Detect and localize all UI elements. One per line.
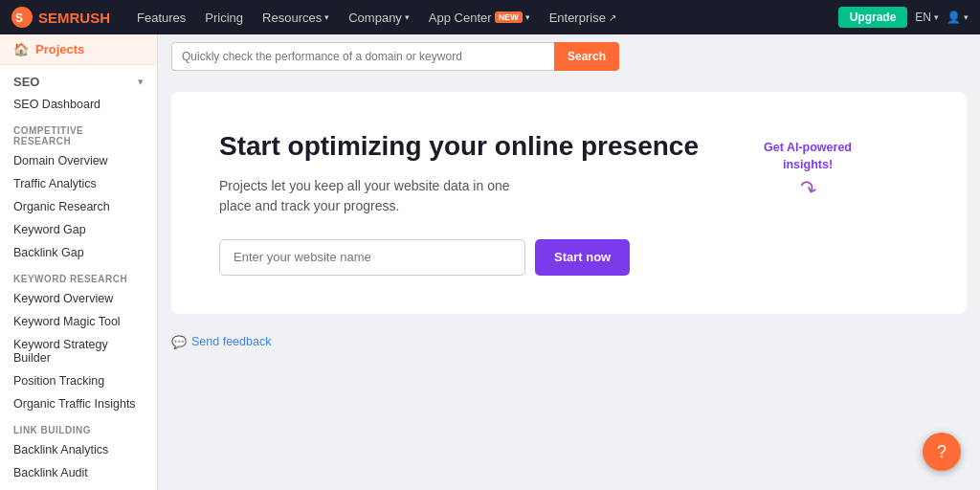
nav-pricing[interactable]: Pricing — [195, 0, 253, 34]
new-badge: NEW — [495, 11, 523, 23]
logo-text: SEMRUSH — [38, 10, 110, 26]
seo-label: SEO — [13, 75, 39, 89]
sidebar-item-position-tracking[interactable]: Position Tracking — [0, 369, 157, 392]
search-bar: Search — [158, 34, 980, 78]
sidebar-item-keyword-magic-tool[interactable]: Keyword Magic Tool — [0, 310, 157, 333]
sidebar-projects[interactable]: 🏠 Projects — [0, 34, 157, 65]
sidebar-item-organic-research[interactable]: Organic Research — [0, 195, 157, 218]
keyword-research-category: KEYWORD RESEARCH — [0, 264, 157, 287]
user-menu[interactable]: 👤 ▾ — [947, 11, 969, 24]
question-icon: ? — [937, 442, 947, 462]
sidebar-item-keyword-gap[interactable]: Keyword Gap — [0, 218, 157, 241]
chevron-down-icon: ▾ — [964, 12, 969, 22]
svg-text:S: S — [15, 11, 23, 25]
nav-enterprise[interactable]: Enterprise ↗ — [540, 0, 626, 34]
hero-card: Start optimizing your online presence Pr… — [171, 92, 967, 314]
sidebar-item-keyword-overview[interactable]: Keyword Overview — [0, 287, 157, 310]
nav-features[interactable]: Features — [127, 0, 195, 34]
main-content: Search Start optimizing your online pres… — [158, 34, 980, 490]
sidebar: 🏠 Projects SEO ▾ SEO Dashboard COMPETITI… — [0, 34, 158, 490]
sidebar-item-seo-dashboard[interactable]: SEO Dashboard — [0, 93, 157, 116]
chevron-down-icon: ▾ — [324, 12, 329, 22]
nav-right: Upgrade EN ▾ 👤 ▾ — [838, 7, 969, 28]
competitive-research-category: COMPETITIVE RESEARCH — [0, 116, 157, 149]
chevron-down-icon: ▾ — [525, 12, 530, 22]
help-fab[interactable]: ? — [923, 433, 961, 471]
start-now-button[interactable]: Start now — [535, 239, 630, 276]
external-link-icon: ↗ — [609, 12, 616, 23]
ai-callout-text: Get AI-powered insights! — [764, 140, 852, 173]
semrush-logo[interactable]: S SEMRUSH — [11, 7, 110, 28]
hero-title: Start optimizing your online presence — [219, 130, 699, 163]
hero-subtitle: Projects let you keep all your website d… — [219, 176, 525, 216]
sidebar-item-backlink-gap[interactable]: Backlink Gap — [0, 241, 157, 264]
search-input[interactable] — [171, 42, 554, 71]
feedback-bar: 💬 Send feedback — [158, 327, 980, 357]
sidebar-item-domain-overview[interactable]: Domain Overview — [0, 149, 157, 172]
link-building-category: LINK BUILDING — [0, 415, 157, 438]
home-icon: 🏠 — [13, 42, 29, 56]
ai-callout: Get AI-powered insights! ↷ — [764, 140, 852, 202]
nav-links: Features Pricing Resources ▾ Company ▾ A… — [127, 0, 838, 34]
nav-app-center[interactable]: App Center NEW ▾ — [419, 0, 540, 34]
search-button[interactable]: Search — [554, 42, 619, 71]
upgrade-button[interactable]: Upgrade — [838, 7, 908, 28]
sidebar-item-organic-traffic-insights[interactable]: Organic Traffic Insights — [0, 392, 157, 415]
nav-company[interactable]: Company ▾ — [339, 0, 419, 34]
arrow-icon: ↷ — [795, 175, 820, 205]
send-feedback-link[interactable]: 💬 Send feedback — [171, 335, 271, 349]
top-navigation: S SEMRUSH Features Pricing Resources ▾ C… — [0, 0, 980, 34]
website-input[interactable] — [219, 239, 525, 276]
sidebar-item-traffic-analytics[interactable]: Traffic Analytics — [0, 172, 157, 195]
sidebar-item-link-building-tool[interactable]: Link Building Tool — [0, 484, 157, 490]
hero-input-row: Start now — [219, 239, 630, 276]
sidebar-item-backlink-analytics[interactable]: Backlink Analytics — [0, 438, 157, 461]
projects-label: Projects — [35, 42, 84, 56]
seo-section-header[interactable]: SEO ▾ — [0, 65, 157, 93]
sidebar-item-keyword-strategy-builder[interactable]: Keyword Strategy Builder — [0, 333, 157, 369]
chevron-down-icon: ▾ — [405, 12, 410, 22]
nav-resources[interactable]: Resources ▾ — [253, 0, 339, 34]
language-selector[interactable]: EN ▾ — [915, 11, 939, 24]
user-icon: 👤 — [947, 11, 961, 24]
feedback-icon: 💬 — [171, 335, 187, 349]
sidebar-item-backlink-audit[interactable]: Backlink Audit — [0, 461, 157, 484]
chevron-down-icon: ▾ — [138, 76, 144, 88]
chevron-down-icon: ▾ — [934, 12, 939, 22]
